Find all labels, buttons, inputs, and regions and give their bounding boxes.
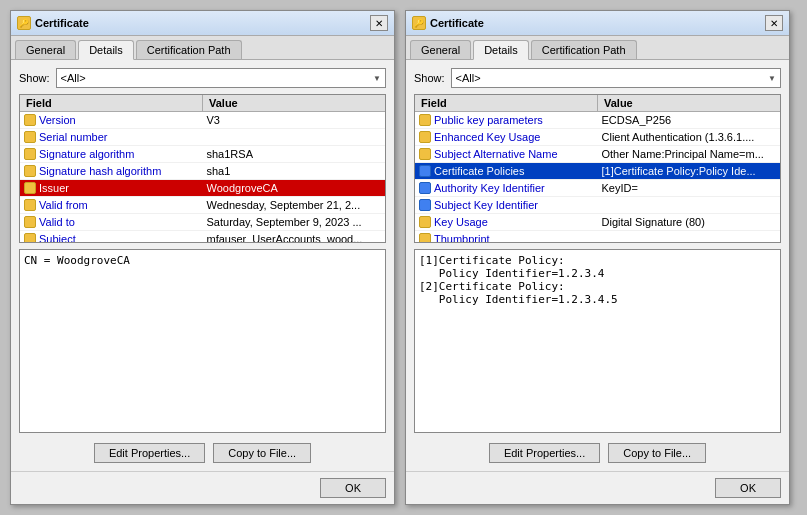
value-cell: [1]Certificate Policy:Policy Ide... xyxy=(598,163,781,179)
detail-text-1: CN = WoodgroveCA xyxy=(19,249,386,433)
field-cell: Signature algorithm xyxy=(20,146,203,162)
show-label-1: Show: xyxy=(19,72,50,84)
close-button-1[interactable]: ✕ xyxy=(370,15,388,31)
edit-properties-button-1[interactable]: Edit Properties... xyxy=(94,443,205,463)
window-title-2: Certificate xyxy=(430,17,484,29)
tab-general-1[interactable]: General xyxy=(15,40,76,59)
shield-icon xyxy=(419,182,431,194)
tab-details-1[interactable]: Details xyxy=(78,40,134,60)
field-cell: Thumbprint xyxy=(415,231,598,242)
table-row[interactable]: Public key parameters ECDSA_P256 xyxy=(415,112,780,129)
cert-icon xyxy=(24,182,36,194)
col-value-2: Value xyxy=(598,95,780,111)
field-cell: Key Usage xyxy=(415,214,598,230)
field-cell: Enhanced Key Usage xyxy=(415,129,598,145)
ok-button-1[interactable]: OK xyxy=(320,478,386,498)
cert-icon xyxy=(24,233,36,242)
show-value-2: <All> xyxy=(456,72,481,84)
tab-certpath-2[interactable]: Certification Path xyxy=(531,40,637,59)
value-cell: KeyID= xyxy=(598,180,781,196)
field-cell: Valid to xyxy=(20,214,203,230)
table-row[interactable]: Signature algorithm sha1RSA xyxy=(20,146,385,163)
ok-row-2: OK xyxy=(406,471,789,504)
col-field-1: Field xyxy=(20,95,203,111)
show-row-2: Show: <All> ▼ xyxy=(414,68,781,88)
table-row[interactable]: Serial number xyxy=(20,129,385,146)
show-value-1: <All> xyxy=(61,72,86,84)
tab-details-2[interactable]: Details xyxy=(473,40,529,60)
table-row[interactable]: Valid to Saturday, September 9, 2023 ... xyxy=(20,214,385,231)
value-cell xyxy=(598,197,781,213)
show-dropdown-2[interactable]: <All> ▼ xyxy=(451,68,781,88)
value-cell: V3 xyxy=(203,112,386,128)
cert-icon xyxy=(419,131,431,143)
field-cell: Issuer xyxy=(20,180,203,196)
show-row-1: Show: <All> ▼ xyxy=(19,68,386,88)
shield-icon xyxy=(419,199,431,211)
cert-icon xyxy=(24,165,36,177)
table-body-1[interactable]: Version V3 Serial number Signature algor… xyxy=(20,112,385,242)
cert-icon xyxy=(419,233,431,242)
tab-bar-2: General Details Certification Path xyxy=(406,36,789,60)
table-row[interactable]: Valid from Wednesday, September 21, 2... xyxy=(20,197,385,214)
value-cell: WoodgroveCA xyxy=(203,180,386,196)
value-cell: Wednesday, September 21, 2... xyxy=(203,197,386,213)
close-button-2[interactable]: ✕ xyxy=(765,15,783,31)
detail-text-2: [1]Certificate Policy: Policy Identifier… xyxy=(414,249,781,433)
copy-to-file-button-2[interactable]: Copy to File... xyxy=(608,443,706,463)
value-cell: sha1RSA xyxy=(203,146,386,162)
copy-to-file-button-1[interactable]: Copy to File... xyxy=(213,443,311,463)
title-bar-1[interactable]: 🔑 Certificate ✕ xyxy=(11,11,394,36)
field-cell: Authority Key Identifier xyxy=(415,180,598,196)
certificate-window-1: 🔑 Certificate ✕ General Details Certific… xyxy=(10,10,395,505)
cert-icon xyxy=(24,216,36,228)
fields-table-1: Field Value Version V3 Serial number Sig… xyxy=(19,94,386,243)
table-row[interactable]: Signature hash algorithm sha1 xyxy=(20,163,385,180)
table-header-1: Field Value xyxy=(20,95,385,112)
dropdown-arrow-2: ▼ xyxy=(768,74,776,83)
table-row[interactable]: Thumbprint xyxy=(415,231,780,242)
dropdown-arrow-1: ▼ xyxy=(373,74,381,83)
tab-bar-1: General Details Certification Path xyxy=(11,36,394,60)
title-bar-2[interactable]: 🔑 Certificate ✕ xyxy=(406,11,789,36)
content-area-2: Show: <All> ▼ Field Value Public key par… xyxy=(406,60,789,471)
show-dropdown-1[interactable]: <All> ▼ xyxy=(56,68,386,88)
value-cell: Client Authentication (1.3.6.1.... xyxy=(598,129,781,145)
field-cell: Subject Key Identifier xyxy=(415,197,598,213)
action-buttons-2: Edit Properties... Copy to File... xyxy=(414,443,781,463)
ok-button-2[interactable]: OK xyxy=(715,478,781,498)
edit-properties-button-2[interactable]: Edit Properties... xyxy=(489,443,600,463)
fields-table-2: Field Value Public key parameters ECDSA_… xyxy=(414,94,781,243)
table-row[interactable]: Version V3 xyxy=(20,112,385,129)
value-cell xyxy=(203,129,386,145)
value-cell: mfauser_UserAccounts_wood... xyxy=(203,231,386,242)
tab-general-2[interactable]: General xyxy=(410,40,471,59)
table-header-2: Field Value xyxy=(415,95,780,112)
table-row[interactable]: Subject mfauser_UserAccounts_wood... xyxy=(20,231,385,242)
value-cell: Digital Signature (80) xyxy=(598,214,781,230)
window-icon-1: 🔑 xyxy=(17,16,31,30)
tab-certpath-1[interactable]: Certification Path xyxy=(136,40,242,59)
show-label-2: Show: xyxy=(414,72,445,84)
shield-icon xyxy=(419,165,431,177)
value-cell: ECDSA_P256 xyxy=(598,112,781,128)
field-cell: Version xyxy=(20,112,203,128)
window-icon-2: 🔑 xyxy=(412,16,426,30)
col-field-2: Field xyxy=(415,95,598,111)
table-row-selected[interactable]: Certificate Policies [1]Certificate Poli… xyxy=(415,163,780,180)
cert-icon xyxy=(419,216,431,228)
table-row[interactable]: Key Usage Digital Signature (80) xyxy=(415,214,780,231)
window-title-1: Certificate xyxy=(35,17,89,29)
table-row[interactable]: Authority Key Identifier KeyID= xyxy=(415,180,780,197)
ok-row-1: OK xyxy=(11,471,394,504)
field-cell: Public key parameters xyxy=(415,112,598,128)
field-cell: Subject xyxy=(20,231,203,242)
table-row[interactable]: Subject Alternative Name Other Name:Prin… xyxy=(415,146,780,163)
table-row-selected[interactable]: Issuer WoodgroveCA xyxy=(20,180,385,197)
table-row[interactable]: Subject Key Identifier xyxy=(415,197,780,214)
cert-icon xyxy=(24,148,36,160)
field-cell: Valid from xyxy=(20,197,203,213)
table-row[interactable]: Enhanced Key Usage Client Authentication… xyxy=(415,129,780,146)
field-cell: Serial number xyxy=(20,129,203,145)
table-body-2[interactable]: Public key parameters ECDSA_P256 Enhance… xyxy=(415,112,780,242)
